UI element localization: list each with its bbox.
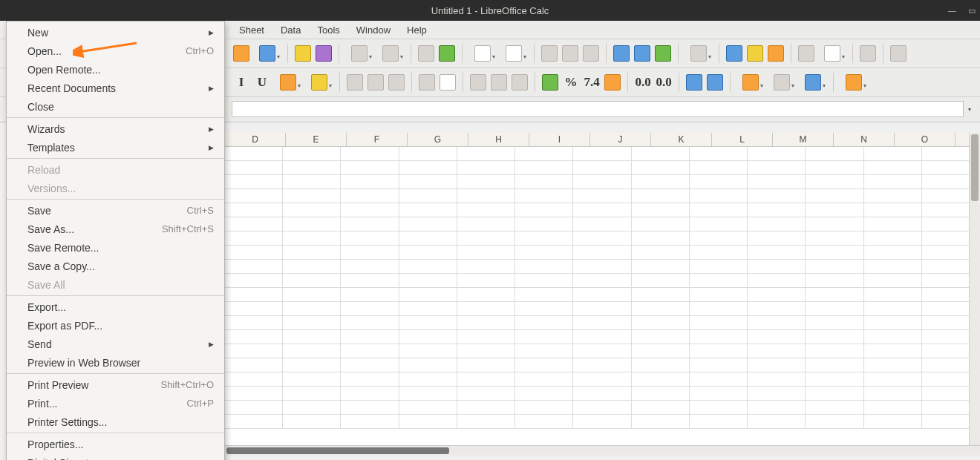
table-row[interactable] (225, 302, 980, 316)
cell[interactable] (632, 401, 690, 415)
cell[interactable] (283, 246, 341, 260)
cell[interactable] (399, 161, 457, 175)
cell[interactable] (690, 344, 748, 358)
cell[interactable] (341, 203, 399, 217)
cell[interactable] (399, 344, 457, 358)
cell[interactable] (690, 260, 748, 274)
date-button[interactable] (603, 71, 622, 93)
cell[interactable] (225, 274, 283, 288)
cell[interactable] (748, 274, 806, 288)
table-row[interactable] (225, 387, 980, 401)
merge-button[interactable] (438, 71, 457, 93)
cell[interactable] (515, 288, 573, 302)
cell[interactable] (341, 288, 399, 302)
cell[interactable] (515, 274, 573, 288)
maximize-button[interactable]: ▭ (968, 6, 976, 16)
cell[interactable] (864, 189, 922, 203)
cell[interactable] (515, 358, 573, 372)
cell[interactable] (341, 175, 399, 189)
cell[interactable] (806, 387, 863, 401)
cell[interactable] (690, 372, 748, 387)
cell[interactable] (399, 330, 457, 344)
table-row[interactable] (225, 358, 980, 372)
align-center-button[interactable] (366, 71, 385, 93)
cell[interactable] (690, 161, 748, 175)
table-row[interactable] (225, 203, 980, 217)
menuitem-wizards[interactable]: Wizards▶ (7, 119, 224, 138)
align-right-button[interactable] (387, 71, 406, 93)
menuitem-print-preview[interactable]: Print PreviewShift+Ctrl+O (7, 375, 224, 394)
menuitem-properties[interactable]: Properties... (7, 435, 224, 453)
cell[interactable] (399, 274, 457, 288)
cell[interactable] (341, 415, 399, 429)
cell[interactable] (515, 189, 573, 203)
align-left-button[interactable] (345, 71, 365, 93)
cell[interactable] (864, 344, 922, 358)
cell[interactable] (515, 330, 573, 344)
cell[interactable] (806, 161, 863, 175)
cell[interactable] (748, 217, 806, 231)
cell[interactable] (806, 288, 863, 302)
cell[interactable] (283, 161, 341, 175)
cell[interactable] (341, 231, 399, 246)
cell[interactable] (632, 387, 690, 401)
cell[interactable] (515, 161, 573, 175)
cell[interactable] (806, 189, 863, 203)
menuitem-recent-documents[interactable]: Recent Documents▶ (7, 79, 224, 97)
comment-button[interactable] (745, 42, 765, 65)
menuitem-export-as-pdf[interactable]: Export as PDF... (7, 316, 224, 335)
cell[interactable] (748, 189, 806, 203)
cell[interactable] (806, 358, 863, 372)
table-row[interactable] (225, 274, 980, 288)
col-header-I[interactable]: I (529, 133, 590, 146)
cell[interactable] (864, 372, 922, 387)
cell[interactable] (225, 372, 283, 387)
cell[interactable] (341, 316, 399, 330)
cell[interactable] (748, 203, 806, 217)
cell[interactable] (748, 161, 806, 175)
spelling-button[interactable] (437, 42, 457, 65)
cell[interactable] (399, 302, 457, 316)
cell[interactable] (748, 260, 806, 274)
cell[interactable] (748, 302, 806, 316)
cell[interactable] (283, 260, 341, 274)
cell[interactable] (457, 372, 515, 387)
cell[interactable] (748, 246, 806, 260)
cond-format-button[interactable] (839, 71, 869, 93)
print-direct-button[interactable] (252, 42, 282, 65)
cell[interactable] (632, 302, 690, 316)
cell[interactable] (690, 415, 748, 429)
cell[interactable] (399, 387, 457, 401)
export-pdf-button[interactable] (232, 42, 251, 65)
cell[interactable] (399, 147, 457, 161)
cell[interactable] (457, 288, 515, 302)
cell[interactable] (864, 330, 922, 344)
cell[interactable] (806, 330, 863, 344)
table-row[interactable] (225, 246, 980, 260)
cell[interactable] (283, 401, 341, 415)
cell[interactable] (399, 260, 457, 274)
cell[interactable] (573, 231, 631, 246)
cell[interactable] (632, 231, 690, 246)
cell[interactable] (690, 217, 748, 231)
cell[interactable] (748, 344, 806, 358)
cell[interactable] (457, 401, 515, 415)
menuitem-printer-settings[interactable]: Printer Settings... (7, 413, 224, 431)
menuitem-templates[interactable]: Templates▶ (7, 138, 224, 157)
cell[interactable] (225, 161, 283, 175)
cell[interactable] (573, 401, 631, 415)
cell[interactable] (864, 217, 922, 231)
cell[interactable] (457, 415, 515, 429)
vertical-scrollbar[interactable] (969, 133, 980, 445)
col-header-D[interactable]: D (225, 133, 286, 146)
highlight-button[interactable] (304, 71, 334, 93)
align-mid-button[interactable] (489, 71, 509, 93)
cell[interactable] (225, 330, 283, 344)
cell[interactable] (690, 358, 748, 372)
cell[interactable] (748, 358, 806, 372)
cell[interactable] (632, 358, 690, 372)
cell[interactable] (225, 231, 283, 246)
cell[interactable] (806, 316, 863, 330)
menu-tools[interactable]: Tools (310, 22, 347, 38)
cell[interactable] (806, 203, 863, 217)
